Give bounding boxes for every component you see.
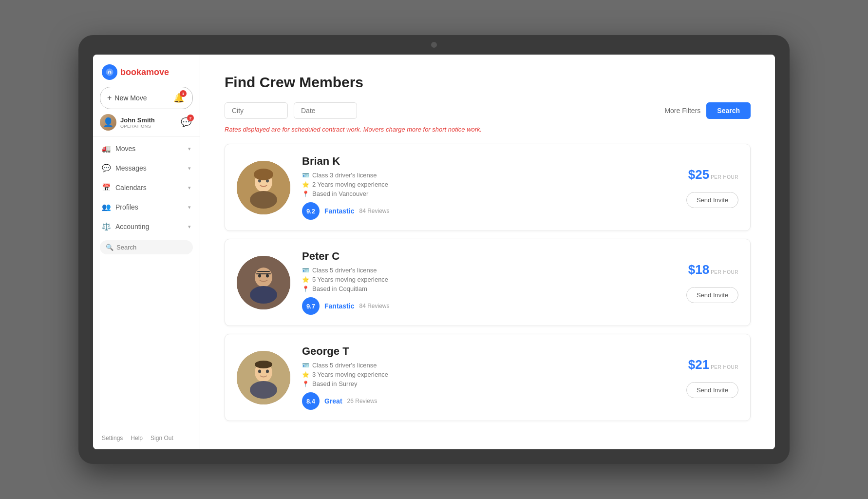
- license-icon: 🪪: [302, 172, 309, 179]
- crew-location: 📍 Based in Coquitlam: [302, 285, 659, 292]
- sidebar-divider-1: [93, 136, 200, 137]
- crew-license: 🪪 Class 3 driver's license: [302, 172, 659, 179]
- messages-chevron: ▾: [188, 165, 191, 172]
- rating-label: Fantastic: [324, 302, 354, 310]
- messages-label: Messages: [115, 164, 147, 172]
- rate-amount: $18: [688, 262, 709, 277]
- crew-photo: [237, 161, 290, 214]
- crew-card: Brian K 🪪 Class 3 driver's license ⭐ 2 Y…: [225, 144, 751, 231]
- crew-experience: ⭐ 2 Years moving experience: [302, 181, 659, 188]
- rate-unit: PER HOUR: [711, 174, 738, 180]
- main-content: Find Crew Members More Filters Search Ra…: [200, 55, 775, 449]
- sidebar-item-profiles[interactable]: 👥 Profiles ▾: [93, 197, 200, 217]
- svg-point-12: [250, 286, 277, 304]
- rating-label: Fantastic: [324, 207, 354, 215]
- crew-experience: ⭐ 3 Years moving experience: [302, 371, 659, 378]
- crew-photo: [237, 351, 290, 404]
- rates-note-highlight: short notice work.: [432, 126, 482, 133]
- crew-rating: 8.4 Great 26 Reviews: [302, 392, 659, 410]
- search-button[interactable]: Search: [706, 102, 751, 119]
- crew-rate: $18 PER HOUR: [688, 262, 738, 277]
- star-icon: ⭐: [302, 276, 309, 283]
- send-invite-button[interactable]: Send Invite: [686, 382, 738, 398]
- crew-right: $25 PER HOUR Send Invite: [670, 167, 738, 208]
- sidebar-item-accounting[interactable]: ⚖️ Accounting ▾: [93, 217, 200, 236]
- logo-icon: [102, 64, 117, 80]
- svg-point-9: [254, 169, 273, 180]
- crew-right: $21 PER HOUR Send Invite: [670, 357, 738, 398]
- help-link[interactable]: Help: [131, 435, 143, 441]
- avatar-face: 👤: [103, 117, 113, 128]
- rate-amount: $25: [688, 167, 709, 182]
- svg-point-0: [106, 69, 113, 76]
- star-icon: ⭐: [302, 181, 309, 188]
- location-icon: 📍: [302, 191, 309, 197]
- svg-rect-16: [256, 273, 271, 274]
- screen: bookamove + New Move 🔔 1 👤: [93, 55, 775, 449]
- sign-out-link[interactable]: Sign Out: [151, 435, 173, 441]
- city-filter[interactable]: [225, 102, 288, 119]
- crew-right: $18 PER HOUR Send Invite: [670, 262, 738, 303]
- svg-point-15: [266, 274, 269, 277]
- messages-button[interactable]: 💬 2: [179, 115, 193, 129]
- send-invite-button[interactable]: Send Invite: [686, 287, 738, 303]
- logo: bookamove: [93, 55, 200, 87]
- user-name: John Smith: [120, 116, 155, 124]
- new-move-button[interactable]: + New Move 🔔 1: [100, 87, 193, 109]
- rate-unit: PER HOUR: [711, 365, 738, 370]
- sidebar-footer: Settings Help Sign Out: [93, 427, 200, 449]
- sidebar-item-calendars[interactable]: 📅 Calendars ▾: [93, 178, 200, 197]
- filter-row: More Filters Search: [225, 102, 751, 119]
- rates-note-text: Rates displayed are for scheduled contra…: [225, 126, 431, 133]
- crew-experience: ⭐ 5 Years moving experience: [302, 276, 659, 283]
- logo-book: book: [120, 67, 141, 77]
- more-filters-link[interactable]: More Filters: [664, 107, 700, 115]
- crew-card: Peter C 🪪 Class 5 driver's license ⭐ 5 Y…: [225, 239, 751, 326]
- crew-license: 🪪 Class 5 driver's license: [302, 267, 659, 274]
- calendars-icon: 📅: [102, 183, 111, 192]
- avatar: 👤: [100, 114, 116, 131]
- svg-point-20: [250, 381, 277, 399]
- rating-badge: 9.2: [302, 202, 320, 220]
- message-badge: 2: [187, 115, 194, 121]
- sidebar-item-messages[interactable]: 💬 Messages ▾: [93, 158, 200, 178]
- logo-text: bookamove: [120, 67, 169, 77]
- messages-icon: 💬: [102, 164, 111, 173]
- rating-reviews: 84 Reviews: [359, 303, 389, 309]
- send-invite-button[interactable]: Send Invite: [686, 192, 738, 208]
- crew-info: Brian K 🪪 Class 3 driver's license ⭐ 2 Y…: [302, 155, 659, 220]
- settings-link[interactable]: Settings: [102, 435, 123, 441]
- location-icon: 📍: [302, 381, 309, 387]
- crew-list: Brian K 🪪 Class 3 driver's license ⭐ 2 Y…: [225, 144, 751, 421]
- license-icon: 🪪: [302, 267, 309, 274]
- accounting-icon: ⚖️: [102, 222, 111, 231]
- logo-a: a: [141, 67, 146, 77]
- moves-label: Moves: [115, 145, 135, 153]
- sidebar-search-box[interactable]: 🔍: [100, 240, 193, 254]
- search-input[interactable]: [116, 244, 187, 251]
- plus-icon: +: [107, 94, 112, 102]
- svg-point-23: [266, 369, 269, 373]
- sidebar: bookamove + New Move 🔔 1 👤: [93, 55, 200, 449]
- user-info[interactable]: 👤 John Smith OPERATIONS: [100, 114, 155, 131]
- profiles-chevron: ▾: [188, 204, 191, 211]
- svg-point-24: [255, 361, 272, 368]
- moves-icon: 🚛: [102, 144, 111, 153]
- calendars-label: Calendars: [115, 184, 147, 192]
- rating-badge: 8.4: [302, 392, 320, 410]
- profiles-icon: 👥: [102, 203, 111, 211]
- new-move-label: New Move: [114, 94, 147, 102]
- user-name-block: John Smith OPERATIONS: [120, 116, 155, 129]
- rates-note: Rates displayed are for scheduled contra…: [225, 126, 751, 133]
- crew-location: 📍 Based in Vancouver: [302, 190, 659, 197]
- crew-rate: $25 PER HOUR: [688, 167, 738, 182]
- license-icon: 🪪: [302, 362, 309, 369]
- crew-rate: $21 PER HOUR: [688, 357, 738, 372]
- accounting-label: Accounting: [115, 223, 149, 230]
- sidebar-item-moves[interactable]: 🚛 Moves ▾: [93, 139, 200, 158]
- rating-reviews: 26 Reviews: [347, 398, 377, 404]
- rating-reviews: 84 Reviews: [359, 208, 389, 214]
- notification-bell[interactable]: 🔔 1: [172, 91, 186, 105]
- new-move-left: + New Move: [107, 94, 147, 102]
- date-filter[interactable]: [294, 102, 357, 119]
